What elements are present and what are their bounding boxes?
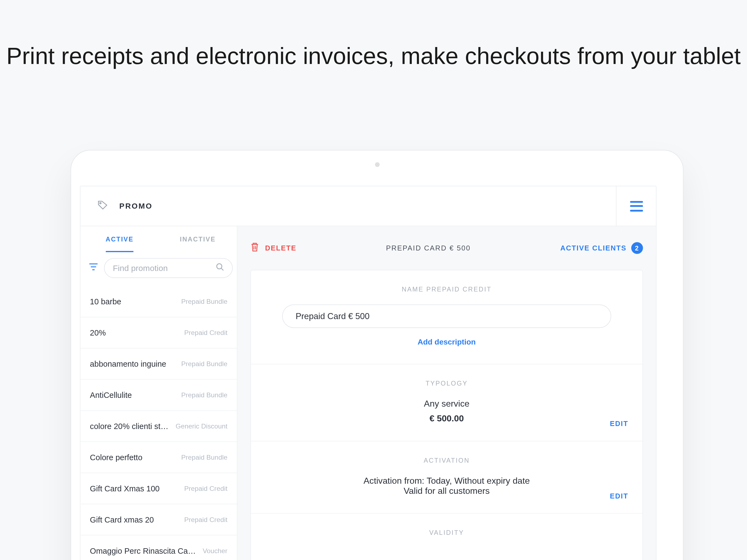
- list-item[interactable]: 20% Prepaid Credit: [80, 317, 237, 349]
- hamburger-icon: [630, 201, 643, 211]
- tablet-camera-dot: [375, 162, 379, 167]
- section-label: TYPOLOGY: [268, 380, 625, 387]
- tabs: ACTIVE INACTIVE: [80, 226, 237, 252]
- section-label: ACTIVATION: [268, 457, 625, 464]
- tab-inactive[interactable]: INACTIVE: [159, 226, 237, 252]
- add-description-link[interactable]: Add description: [268, 337, 625, 346]
- promo-type: Prepaid Bundle: [181, 360, 228, 367]
- delete-button[interactable]: DELETE: [251, 242, 297, 254]
- section-validity: VALIDITY: [251, 514, 643, 560]
- prepaid-name-input[interactable]: [282, 304, 611, 328]
- section-name: NAME PREPAID CREDIT Add description: [251, 271, 643, 364]
- list-item[interactable]: 10 barbe Prepaid Bundle: [80, 286, 237, 317]
- edit-typology-button[interactable]: EDIT: [610, 420, 628, 428]
- promo-name: 20%: [90, 328, 106, 337]
- section-label: VALIDITY: [268, 529, 625, 536]
- promotion-list: 10 barbe Prepaid Bundle 20% Prepaid Cred…: [80, 286, 237, 560]
- promo-name: Colore perfetto: [90, 453, 143, 462]
- svg-line-5: [222, 269, 224, 271]
- filter-icon[interactable]: [89, 263, 98, 274]
- promo-name: AntiCellulite: [90, 390, 132, 399]
- active-clients-label: ACTIVE CLIENTS: [560, 244, 626, 252]
- list-item[interactable]: abbonamento inguine Prepaid Bundle: [80, 349, 237, 380]
- menu-button[interactable]: [616, 186, 656, 226]
- promo-name: Gift Card Xmas 100: [90, 484, 160, 493]
- detail-pane: DELETE PREPAID CARD € 500 ACTIVE CLIENTS…: [237, 226, 656, 560]
- list-item[interactable]: Gift Card xmas 20 Prepaid Credit: [80, 504, 237, 535]
- app-body: ACTIVE INACTIVE: [80, 226, 656, 560]
- svg-point-0: [100, 202, 101, 204]
- promo-type: Generic Discount: [176, 423, 228, 430]
- trash-icon: [251, 242, 259, 254]
- tab-active[interactable]: ACTIVE: [80, 226, 159, 252]
- typology-amount: € 500.00: [268, 413, 625, 423]
- promo-type: Prepaid Credit: [184, 329, 228, 336]
- svg-point-4: [217, 264, 222, 269]
- search-icon: [216, 263, 224, 274]
- detail-card: NAME PREPAID CREDIT Add description TYPO…: [251, 270, 643, 560]
- search-input[interactable]: [113, 263, 216, 273]
- active-clients-count-badge: 2: [632, 242, 643, 254]
- detail-topbar: DELETE PREPAID CARD € 500 ACTIVE CLIENTS…: [251, 226, 643, 270]
- section-typology: TYPOLOGY Any service € 500.00 EDIT: [251, 364, 643, 441]
- app-header-left: PROMO: [80, 199, 153, 213]
- tablet-frame: PROMO ACTIVE INACTIVE: [71, 150, 684, 560]
- section-activation: ACTIVATION Activation from: Today, Witho…: [251, 441, 643, 513]
- delete-label: DELETE: [265, 244, 297, 252]
- list-item[interactable]: Colore perfetto Prepaid Bundle: [80, 442, 237, 473]
- activation-audience: Valid for all customers: [268, 485, 625, 495]
- promo-type: Prepaid Credit: [184, 516, 228, 523]
- app-header: PROMO: [80, 186, 656, 226]
- promo-type: Prepaid Bundle: [181, 454, 228, 461]
- promo-type: Voucher: [203, 547, 228, 554]
- promo-name: abbonamento inguine: [90, 359, 166, 368]
- promo-name: Gift Card xmas 20: [90, 515, 154, 524]
- list-item[interactable]: Gift Card Xmas 100 Prepaid Credit: [80, 473, 237, 504]
- detail-title: PREPAID CARD € 500: [386, 244, 471, 252]
- promo-name: Omaggio Perc Rinascita Capello: [90, 546, 199, 555]
- activation-range: Activation from: Today, Without expiry d…: [268, 476, 625, 486]
- hero-title: Print receipts and electronic invoices, …: [0, 0, 747, 71]
- tag-icon: [97, 199, 109, 213]
- promo-type: Prepaid Bundle: [181, 298, 228, 305]
- promo-name: 10 barbe: [90, 297, 121, 306]
- section-label: NAME PREPAID CREDIT: [268, 286, 625, 293]
- promo-name: colore 20% clienti storici: [90, 422, 172, 430]
- typology-service: Any service: [268, 399, 625, 408]
- search-field[interactable]: [104, 258, 233, 278]
- list-item[interactable]: AntiCellulite Prepaid Bundle: [80, 380, 237, 411]
- edit-activation-button[interactable]: EDIT: [610, 492, 628, 500]
- sidebar: ACTIVE INACTIVE: [80, 226, 237, 560]
- list-item[interactable]: Omaggio Perc Rinascita Capello Voucher: [80, 535, 237, 560]
- search-row: +: [80, 252, 237, 286]
- active-clients-button[interactable]: ACTIVE CLIENTS 2: [560, 242, 643, 254]
- promo-type: Prepaid Credit: [184, 485, 228, 492]
- app-title: PROMO: [119, 202, 153, 210]
- app-window: PROMO ACTIVE INACTIVE: [80, 186, 656, 560]
- list-item[interactable]: colore 20% clienti storici Generic Disco…: [80, 411, 237, 442]
- promo-type: Prepaid Bundle: [181, 391, 228, 399]
